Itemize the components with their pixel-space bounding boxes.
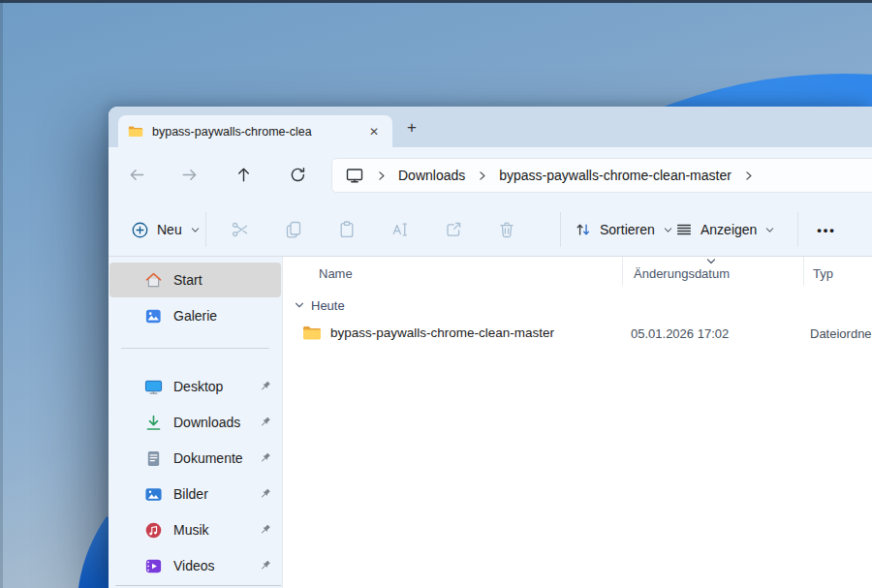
- up-button[interactable]: [227, 158, 260, 191]
- pin-icon: [258, 416, 272, 430]
- file-type: Dateiordner: [810, 326, 872, 341]
- toolbar-divider: [205, 212, 206, 247]
- chevron-right-icon: [375, 170, 388, 182]
- toolbar-divider: [560, 212, 561, 247]
- copy-button[interactable]: [276, 213, 311, 246]
- pin-icon: [258, 487, 272, 502]
- chevron-down-icon: [764, 225, 775, 235]
- delete-button[interactable]: [489, 213, 524, 246]
- sidebar-item-downloads[interactable]: Downloads: [109, 405, 281, 440]
- share-icon: [444, 220, 463, 239]
- this-pc-monitor-icon: [345, 166, 364, 185]
- pin-icon: [258, 380, 272, 394]
- new-button-label: Neu: [157, 222, 182, 237]
- sidebar-item-music[interactable]: Musik: [109, 512, 281, 547]
- column-divider[interactable]: [622, 257, 623, 286]
- view-button[interactable]: Anzeigen: [668, 213, 783, 246]
- close-tab-icon[interactable]: ✕: [365, 125, 383, 139]
- cut-button[interactable]: [223, 213, 258, 246]
- tab-title: bypass-paywalls-chrome-clea: [152, 125, 357, 139]
- desktop-icon: [144, 378, 163, 396]
- more-options-button[interactable]: •••: [808, 213, 845, 246]
- sidebar-item-gallery[interactable]: Galerie: [109, 298, 281, 333]
- desktop: bypass-paywalls-chrome-clea ✕ + Downlo: [0, 0, 872, 588]
- refresh-icon: [289, 166, 307, 184]
- clipboard-icon: [337, 220, 357, 239]
- group-label: Heute: [311, 298, 345, 313]
- navigation-pane: Start Galerie Desktop: [109, 257, 283, 588]
- toolbar-divider: [797, 212, 798, 247]
- column-header-type[interactable]: Typ: [813, 266, 833, 281]
- pin-icon: [258, 523, 272, 538]
- forward-arrow-icon: [180, 166, 199, 184]
- view-button-label: Anzeigen: [701, 222, 757, 237]
- sidebar-item-label: Start: [173, 272, 202, 288]
- screen-top-edge: [0, 0, 872, 3]
- folder-icon: [128, 124, 143, 139]
- sidebar-item-label: Bilder: [173, 486, 208, 502]
- sidebar-section-divider: [115, 585, 281, 586]
- file-modified-date: 05.01.2026 17:02: [631, 326, 729, 341]
- file-list: Name Änderungsdatum Typ Heute: [283, 257, 872, 588]
- folder-icon: [302, 324, 322, 343]
- copy-icon: [284, 220, 303, 239]
- view-lines-icon: [675, 221, 693, 238]
- sort-descending-icon: [704, 257, 718, 266]
- column-divider[interactable]: [803, 257, 804, 286]
- chevron-down-icon: [190, 225, 201, 235]
- column-header-name[interactable]: Name: [319, 266, 353, 281]
- gallery-icon: [144, 307, 163, 325]
- sidebar-item-label: Dokumente: [173, 450, 243, 466]
- sort-arrows-icon: [575, 221, 592, 238]
- plus-circle-icon: [131, 221, 149, 239]
- back-button[interactable]: [120, 158, 153, 191]
- group-header-today[interactable]: Heute: [283, 295, 345, 315]
- sidebar-item-videos[interactable]: Videos: [109, 548, 281, 583]
- sidebar-item-documents[interactable]: Dokumente: [109, 441, 281, 476]
- file-row[interactable]: bypass-paywalls-chrome-clean-master 05.0…: [283, 318, 872, 350]
- up-arrow-icon: [234, 166, 253, 184]
- breadcrumb-downloads[interactable]: Downloads: [398, 168, 465, 183]
- explorer-tab[interactable]: bypass-paywalls-chrome-clea ✕: [118, 115, 392, 147]
- screen-left-edge: [0, 0, 3, 588]
- rename-icon: [390, 220, 410, 239]
- scissors-icon: [231, 220, 250, 239]
- videos-icon: [144, 557, 163, 575]
- sidebar-item-label: Videos: [173, 558, 215, 573]
- sidebar-item-label: Downloads: [173, 415, 240, 430]
- share-button[interactable]: [436, 213, 471, 246]
- download-icon: [144, 414, 163, 432]
- explorer-content: Start Galerie Desktop: [109, 257, 872, 588]
- chevron-right-icon: [476, 170, 488, 182]
- sidebar-item-pictures[interactable]: Bilder: [109, 477, 281, 511]
- navigation-bar: Downloads bypass-paywalls-chrome-clean-m…: [109, 147, 872, 203]
- sidebar-item-label: Desktop: [173, 379, 223, 394]
- sidebar-item-desktop[interactable]: Desktop: [109, 369, 281, 404]
- new-tab-button[interactable]: +: [400, 116, 423, 139]
- sidebar-item-start[interactable]: Start: [109, 263, 281, 297]
- file-explorer-window: bypass-paywalls-chrome-clea ✕ + Downlo: [109, 107, 872, 588]
- back-arrow-icon: [128, 166, 146, 184]
- tab-bar: bypass-paywalls-chrome-clea ✕ +: [109, 107, 872, 147]
- pictures-icon: [144, 485, 163, 504]
- paste-button[interactable]: [329, 213, 364, 246]
- sort-button-label: Sortieren: [600, 222, 655, 237]
- column-header-modified[interactable]: Änderungsdatum: [634, 266, 730, 281]
- address-bar[interactable]: Downloads bypass-paywalls-chrome-clean-m…: [331, 158, 872, 193]
- home-icon: [144, 271, 163, 290]
- rename-button[interactable]: [383, 213, 418, 246]
- new-button[interactable]: Neu: [123, 213, 208, 246]
- document-icon: [144, 449, 163, 468]
- breadcrumb-current-folder[interactable]: bypass-paywalls-chrome-clean-master: [499, 168, 732, 183]
- refresh-button[interactable]: [281, 158, 314, 191]
- music-icon: [144, 521, 163, 540]
- chevron-right-icon: [742, 170, 755, 182]
- forward-button[interactable]: [172, 158, 205, 191]
- sidebar-item-label: Galerie: [173, 308, 217, 324]
- sidebar-divider: [121, 348, 269, 349]
- pin-icon: [258, 559, 272, 573]
- sort-button[interactable]: Sortieren: [567, 213, 681, 246]
- sidebar-item-label: Musik: [173, 522, 209, 538]
- file-name: bypass-paywalls-chrome-clean-master: [330, 325, 554, 340]
- command-toolbar: Neu So: [109, 203, 872, 257]
